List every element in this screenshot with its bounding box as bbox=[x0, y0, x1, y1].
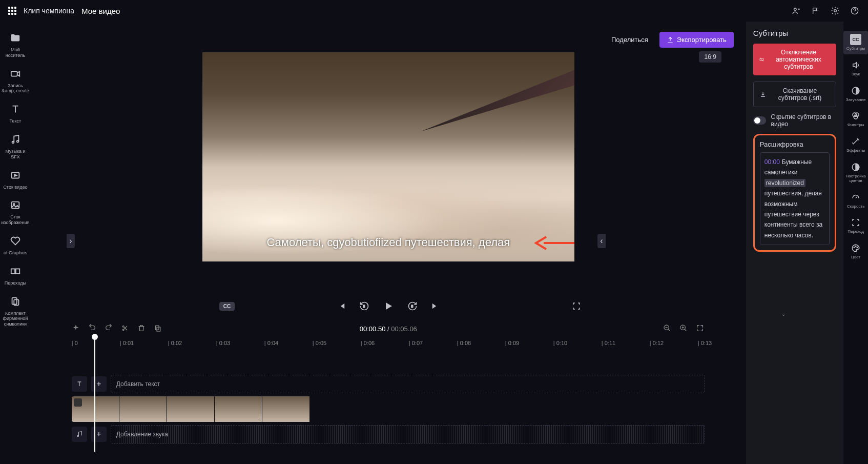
svg-point-0 bbox=[794, 8, 797, 11]
svg-rect-10 bbox=[16, 269, 19, 273]
video-clip[interactable] bbox=[72, 396, 312, 422]
plus-icon[interactable]: + bbox=[91, 376, 107, 392]
hide-captions-toggle[interactable]: Скрытие субтитров в видео bbox=[753, 113, 836, 128]
time-ruler[interactable]: | 0 | 0:01 | 0:02 | 0:03 | 0:04 | 0:05 |… bbox=[31, 337, 746, 349]
fit-icon[interactable] bbox=[696, 324, 705, 333]
upload-icon bbox=[667, 36, 674, 44]
zoom-in-icon[interactable] bbox=[679, 324, 689, 333]
stock-video-tab[interactable]: Сток видео bbox=[0, 165, 31, 193]
video-icon bbox=[8, 168, 23, 183]
play-button[interactable] bbox=[381, 299, 396, 313]
svg-point-4 bbox=[12, 142, 14, 144]
delete-icon[interactable] bbox=[137, 324, 147, 333]
help-icon[interactable] bbox=[850, 6, 860, 16]
svg-rect-3 bbox=[11, 71, 17, 76]
undo-icon[interactable] bbox=[88, 324, 97, 333]
svg-point-17 bbox=[122, 329, 124, 331]
settings-icon[interactable] bbox=[830, 6, 840, 16]
image-icon bbox=[8, 198, 23, 212]
media-tab[interactable]: Мой носитель bbox=[0, 28, 31, 62]
right-rail: CCСубтитры Звук Затухание Фильтры Эффект… bbox=[843, 22, 868, 464]
forward-icon[interactable]: 5 bbox=[407, 300, 418, 312]
color-adjust-tab[interactable]: Настройка цветов bbox=[843, 158, 868, 187]
svg-text:5: 5 bbox=[363, 305, 365, 308]
apps-grid-icon[interactable] bbox=[8, 7, 16, 15]
disable-captions-button[interactable]: Отключение автоматических субтитров bbox=[753, 44, 836, 75]
camera-icon bbox=[8, 67, 23, 81]
tracks: + Добавить текст + Добавление звука bbox=[31, 349, 746, 464]
transcript-highlight: Расшифровка 00:00Бумажные самолетики rev… bbox=[753, 134, 836, 252]
project-name[interactable]: Мое видео bbox=[81, 7, 120, 15]
text-icon bbox=[8, 102, 23, 116]
airplane-wing bbox=[421, 70, 574, 132]
duplicate-icon[interactable] bbox=[154, 324, 163, 333]
export-button[interactable]: Экспортировать bbox=[659, 32, 734, 48]
svg-rect-9 bbox=[11, 269, 15, 273]
timestamp: 00:00 bbox=[764, 158, 780, 166]
cc-toggle[interactable]: CC bbox=[219, 302, 235, 311]
redo-icon[interactable] bbox=[105, 324, 114, 333]
invite-icon[interactable] bbox=[791, 6, 801, 16]
audio-track-placeholder[interactable]: Добавление звука bbox=[111, 425, 705, 443]
timecode: 00:00.50 / 00:05.06 bbox=[360, 325, 417, 333]
playhead[interactable] bbox=[94, 337, 95, 452]
cc-off-icon bbox=[759, 55, 764, 64]
rewind-icon[interactable]: 5 bbox=[359, 300, 370, 312]
svg-point-30 bbox=[855, 246, 856, 247]
svg-point-29 bbox=[854, 247, 855, 248]
transcript-entry[interactable]: 00:00Бумажные самолетики revolutionized … bbox=[760, 152, 830, 245]
svg-point-1 bbox=[834, 10, 837, 12]
brand-icon bbox=[8, 294, 23, 309]
subtitles-panel: Субтитры Отключение автоматических субти… bbox=[746, 22, 843, 464]
fade-icon bbox=[850, 85, 861, 96]
record-tab[interactable]: Запись &amp; create bbox=[0, 64, 31, 97]
subtitle-text: Самолеты, cgyobutiofiized путешествия, д… bbox=[266, 236, 510, 249]
svg-rect-18 bbox=[155, 326, 159, 330]
skip-back-icon[interactable] bbox=[336, 300, 347, 312]
center-area: › ‹ Поделиться Экспортировать 16:9 Самол… bbox=[31, 22, 746, 464]
audio-tab[interactable]: Звук bbox=[843, 56, 868, 80]
svg-text:5: 5 bbox=[411, 305, 413, 308]
speed-tab[interactable]: Скорость bbox=[843, 189, 868, 212]
toggle-switch[interactable] bbox=[753, 116, 766, 125]
brand-tab[interactable]: Комплект фирменной символики bbox=[0, 291, 31, 330]
music-tab[interactable]: Музыка и SFX bbox=[0, 129, 31, 163]
svg-point-16 bbox=[122, 326, 124, 327]
fade-tab[interactable]: Затухание bbox=[843, 82, 868, 106]
color-tab[interactable]: Цвет bbox=[843, 239, 868, 263]
transition-icon bbox=[8, 264, 23, 278]
text-track: + Добавить текст bbox=[72, 375, 705, 393]
timeline-toolbar: 00:00.50 / 00:05.06 bbox=[31, 320, 746, 337]
skip-forward-icon[interactable] bbox=[429, 300, 441, 312]
add-text-icon[interactable] bbox=[72, 376, 87, 392]
download-srt-button[interactable]: Скачивание субтитров (.srt) bbox=[753, 82, 836, 107]
subtitles-tab[interactable]: CCСубтитры bbox=[843, 31, 868, 54]
text-track-placeholder[interactable]: Добавить текст bbox=[111, 375, 705, 393]
speedometer-icon bbox=[850, 192, 861, 203]
plus-audio-icon[interactable]: + bbox=[91, 427, 107, 442]
collapse-panel-icon[interactable]: ⌄ bbox=[728, 310, 839, 317]
svg-point-5 bbox=[17, 140, 19, 143]
brand-name: Клип чемпиона bbox=[24, 7, 74, 15]
graphics-tab[interactable]: of Graphics bbox=[0, 231, 31, 259]
zoom-out-icon[interactable] bbox=[663, 324, 672, 333]
video-preview[interactable]: Самолеты, cgyobutiofiized путешествия, д… bbox=[202, 52, 574, 261]
text-tab[interactable]: Текст bbox=[0, 99, 31, 127]
annotation-arrow-icon bbox=[533, 233, 574, 253]
heart-icon bbox=[8, 234, 23, 248]
fullscreen-icon[interactable] bbox=[571, 300, 582, 312]
transition-tab[interactable]: Переход bbox=[843, 214, 868, 237]
share-button[interactable]: Поделиться bbox=[604, 32, 655, 48]
add-audio-icon[interactable] bbox=[72, 427, 87, 442]
split-icon[interactable] bbox=[121, 324, 130, 333]
aspect-ratio-badge[interactable]: 16:9 bbox=[699, 51, 721, 63]
music-icon bbox=[8, 132, 23, 147]
transitions-tab[interactable]: Переходы bbox=[0, 261, 31, 289]
flag-icon[interactable] bbox=[811, 6, 821, 16]
sparkle-icon[interactable] bbox=[72, 324, 81, 333]
top-bar: Клип чемпиона Мое видео bbox=[0, 0, 868, 22]
palette-icon bbox=[850, 243, 861, 254]
filters-tab[interactable]: Фильтры bbox=[843, 107, 868, 131]
stock-image-tab[interactable]: Сток изображения bbox=[0, 195, 31, 229]
effects-tab[interactable]: Эффекты bbox=[843, 133, 868, 156]
